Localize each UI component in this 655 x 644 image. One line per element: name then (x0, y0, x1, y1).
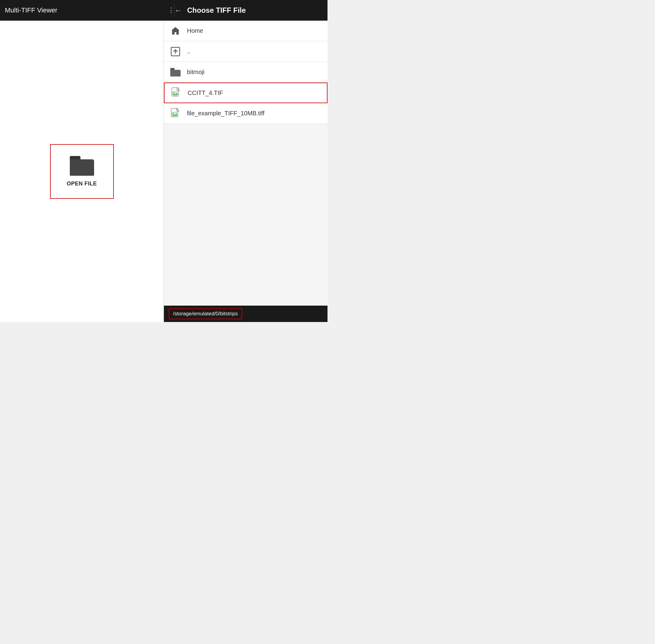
folder-body (70, 159, 94, 176)
home-icon (170, 25, 181, 37)
file-item-bitmoji[interactable]: bitmoji (164, 62, 328, 83)
left-panel: OPEN FILE (0, 21, 164, 322)
folder-icon[interactable] (153, 7, 162, 14)
choose-tiff-title: Choose TIFF File (187, 6, 246, 15)
file-list: Home .. (164, 21, 328, 306)
open-file-label: OPEN FILE (67, 181, 97, 187)
more-options-icon[interactable]: ⋮ (168, 6, 174, 14)
app-title: Multi-TIFF Viewer (5, 6, 58, 14)
current-path: /storage/emulated/0/bitstrips (173, 311, 238, 317)
parent-dir-label: .. (187, 48, 190, 55)
home-label: Home (187, 27, 203, 34)
path-bar-content: /storage/emulated/0/bitstrips (169, 308, 242, 319)
example-tiff-label: file_example_TIFF_10MB.tiff (187, 110, 264, 117)
header-icons: ⋮ (153, 6, 174, 14)
file-item-ccitt4[interactable]: CCITT_4.TIF (164, 83, 328, 103)
ccitt4-label: CCITT_4.TIF (187, 90, 223, 96)
main-content: OPEN FILE Home (0, 21, 328, 322)
parent-dir-icon (170, 46, 181, 57)
file-item-parent[interactable]: .. (164, 41, 328, 62)
header-right: ← Choose TIFF File (175, 6, 323, 15)
folder-small (170, 68, 181, 76)
path-bar: /storage/emulated/0/bitstrips (164, 306, 328, 322)
folder-body (170, 70, 181, 76)
tiff-icon-example (170, 108, 181, 119)
folder-icon-bitmoji (170, 67, 181, 78)
back-button[interactable]: ← (175, 6, 182, 15)
app-header: Multi-TIFF Viewer ⋮ ← Choose TIFF File (0, 0, 328, 21)
open-file-button[interactable]: OPEN FILE (50, 144, 114, 199)
header-left: Multi-TIFF Viewer (5, 6, 153, 14)
file-item-example-tiff[interactable]: file_example_TIFF_10MB.tiff (164, 103, 328, 124)
open-file-folder-icon (70, 156, 94, 176)
tiff-icon-ccitt4 (171, 87, 181, 98)
file-item-home[interactable]: Home (164, 21, 328, 41)
right-panel: Home .. (164, 21, 328, 322)
bitmoji-label: bitmoji (187, 69, 205, 75)
